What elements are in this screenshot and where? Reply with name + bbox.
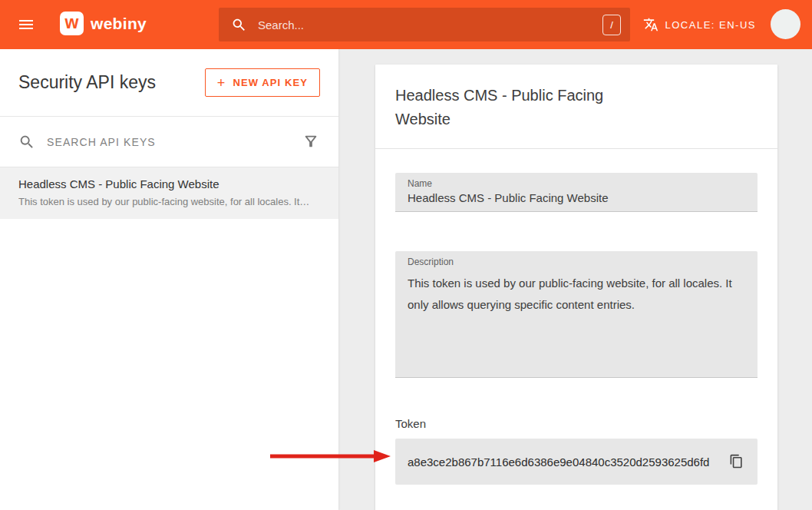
search-icon [231, 17, 247, 33]
new-api-key-button[interactable]: + NEW API KEY [205, 68, 320, 97]
copy-icon[interactable] [725, 451, 747, 472]
global-search-bar[interactable]: / [219, 8, 630, 41]
hamburger-menu-icon[interactable] [17, 15, 35, 34]
name-field-label: Name [408, 178, 745, 189]
plus-icon: + [217, 76, 226, 90]
api-key-list-item[interactable]: Headless CMS - Public Facing Website Thi… [0, 167, 338, 219]
translate-icon [643, 17, 659, 32]
detail-card-header: Headless CMS - Public Facing Website [375, 65, 777, 149]
user-avatar[interactable] [771, 9, 800, 39]
app-window: w webiny / LOCALE: EN-US Security API ke… [0, 0, 812, 510]
detail-title: Headless CMS - Public Facing Website [395, 84, 610, 131]
webiny-logo-badge: w [60, 12, 84, 35]
api-key-item-description: This token is used by our public-facing … [18, 196, 320, 207]
token-value: a8e3ce2b867b7116e6d6386e9e04840c3520d259… [408, 455, 709, 469]
name-field: Name [395, 173, 758, 212]
name-input[interactable] [408, 191, 745, 204]
detail-card-body: Name Description Token a8e3ce2b867b7116e… [375, 173, 777, 485]
api-keys-search-input[interactable] [47, 136, 302, 148]
token-box: a8e3ce2b867b7116e6d6386e9e04840c3520d259… [395, 439, 758, 485]
token-label: Token [395, 417, 758, 430]
top-app-bar: w webiny / LOCALE: EN-US [0, 0, 812, 49]
global-search-input[interactable] [258, 18, 602, 31]
locale-label: LOCALE: EN-US [665, 19, 756, 31]
filter-icon[interactable] [302, 133, 320, 151]
description-textarea[interactable] [408, 273, 745, 363]
webiny-logo[interactable]: w webiny [60, 12, 147, 35]
new-api-key-label: NEW API KEY [233, 77, 308, 88]
api-keys-search-row [0, 117, 338, 167]
locale-selector[interactable]: LOCALE: EN-US [643, 0, 756, 49]
search-icon [18, 134, 35, 151]
description-field-label: Description [408, 257, 745, 267]
webiny-wordmark: webiny [91, 15, 147, 33]
api-keys-panel-header: Security API keys + NEW API KEY [0, 49, 338, 117]
description-field: Description [395, 251, 758, 378]
page-title: Security API keys [18, 72, 156, 93]
search-shortcut-hint: / [602, 15, 621, 35]
api-key-detail-card: Headless CMS - Public Facing Website Nam… [375, 65, 777, 510]
api-key-item-title: Headless CMS - Public Facing Website [18, 177, 320, 190]
detail-area: Headless CMS - Public Facing Website Nam… [338, 49, 812, 510]
api-keys-panel: Security API keys + NEW API KEY Headless… [0, 49, 338, 510]
